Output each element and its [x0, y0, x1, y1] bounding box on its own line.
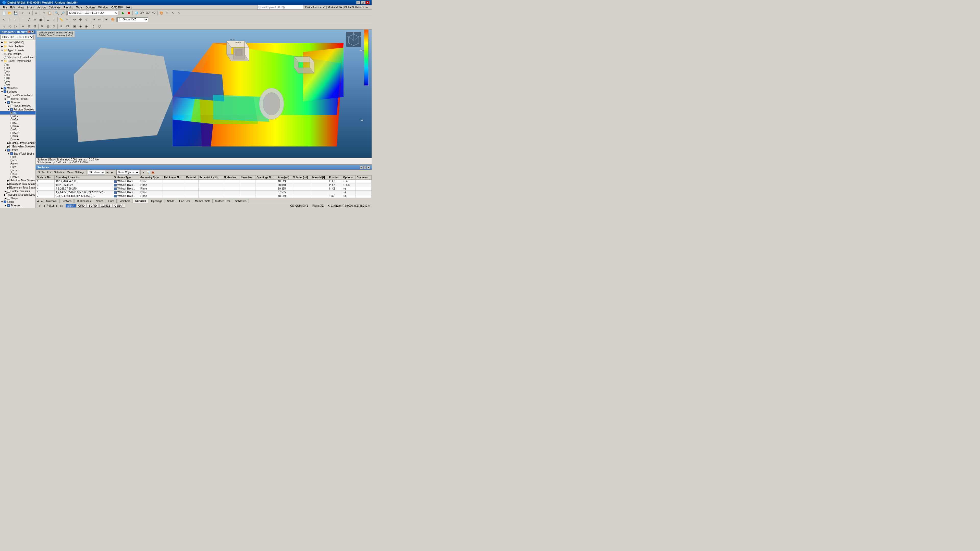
sigma1m2-radio[interactable]: [10, 128, 13, 131]
tree-contact-stress[interactable]: ▶ Contact Stresses: [0, 189, 35, 193]
menu-edit[interactable]: Edit: [9, 5, 17, 10]
menu-file[interactable]: File: [1, 5, 9, 10]
shape-chk[interactable]: [7, 197, 10, 200]
tab-solid-sets[interactable]: Solid Sets: [233, 199, 249, 203]
next-button[interactable]: ▶: [110, 170, 114, 175]
sigma2m2-radio[interactable]: [10, 132, 13, 134]
menu-help[interactable]: Help: [125, 5, 134, 10]
viewyz-button[interactable]: YZ: [151, 10, 157, 16]
tree-sigma2m2[interactable]: σ2,m: [0, 131, 35, 135]
table-row[interactable]: 51,2,14,271,270-65,28-31,66,69,262,265,2…: [36, 191, 372, 194]
split-button[interactable]: ⇥: [91, 17, 97, 22]
pt-chk[interactable]: [9, 179, 10, 182]
tree-solids[interactable]: ▼ ✓ Solids: [0, 200, 35, 203]
stop-button[interactable]: ⏹: [126, 10, 132, 16]
taumax-radio[interactable]: [10, 125, 13, 127]
tree-loads[interactable]: ▶ 📁 Loads [kN/m²]: [0, 40, 35, 44]
int-forces-toggle[interactable]: ▶: [4, 97, 7, 100]
menu-results[interactable]: Results: [62, 5, 75, 10]
tab-surface-sets[interactable]: Surface Sets: [213, 199, 232, 203]
exym-radio[interactable]: [10, 172, 13, 175]
differences-radio[interactable]: [3, 56, 6, 59]
tree-eyym[interactable]: εy,-: [0, 165, 35, 168]
contour-button[interactable]: ⟆: [91, 24, 97, 29]
tab-member-sets[interactable]: Member Sets: [192, 199, 212, 203]
forward-button[interactable]: ▷: [13, 24, 18, 29]
wireframe-button[interactable]: ⬡: [97, 24, 102, 29]
viewxy-button[interactable]: XY: [139, 10, 145, 16]
gxy-radio[interactable]: [10, 176, 13, 178]
paste-button[interactable]: 📋: [47, 10, 52, 16]
line-button[interactable]: ╱: [26, 17, 32, 22]
status-prev-button[interactable]: ◀: [42, 204, 45, 208]
scale-button[interactable]: ⤡: [83, 17, 89, 22]
select-button[interactable]: ↖: [1, 17, 6, 22]
cs-chk[interactable]: [7, 190, 10, 192]
tree-exx[interactable]: εx,+: [0, 156, 35, 159]
results-selection[interactable]: Selection: [53, 171, 65, 174]
iso-toggle[interactable]: ▶: [4, 193, 6, 196]
tree-type-results[interactable]: ▼ 📁 Type of results: [0, 48, 35, 52]
ux-radio[interactable]: [4, 67, 6, 69]
dimension-button[interactable]: ↔: [64, 17, 70, 22]
cs-toggle[interactable]: ▶: [4, 189, 7, 192]
principal-toggle[interactable]: ▼: [7, 108, 10, 111]
box-select-button[interactable]: ⬚: [7, 17, 13, 22]
strains-chk[interactable]: ✓: [7, 149, 10, 151]
undo-button[interactable]: ↩: [20, 10, 26, 16]
tab-line-sets[interactable]: Line Sets: [177, 199, 192, 203]
rotate-button[interactable]: ⟳: [72, 17, 77, 22]
result-node-btn[interactable]: ◉: [83, 24, 89, 29]
uz-radio[interactable]: [4, 73, 6, 76]
nav-pin-button[interactable]: 📌: [27, 30, 30, 33]
color-button[interactable]: 🎨: [110, 17, 116, 22]
glines-button[interactable]: GLINES: [99, 204, 112, 208]
tree-gxy[interactable]: γxy,+: [0, 175, 35, 179]
render-button[interactable]: 🎨: [159, 10, 164, 16]
tree-stresses[interactable]: ▼ ✓ Stresses: [0, 100, 35, 104]
tree-elastic-stress[interactable]: ▶ Elastic Stress Components: [0, 141, 35, 144]
menu-insert[interactable]: Insert: [25, 5, 36, 10]
tab-lines[interactable]: Lines: [106, 199, 117, 203]
exxm-radio[interactable]: [10, 159, 13, 162]
tree-principal-stresses[interactable]: ▼ ✓ Principal Stresses: [0, 108, 35, 111]
sigma2m-radio[interactable]: [10, 122, 13, 124]
tree-static[interactable]: ▶ 📁 Static Analysis: [0, 44, 35, 48]
elastic-chk[interactable]: [9, 141, 10, 144]
result-surface-btn[interactable]: ▣: [72, 24, 77, 29]
new-button[interactable]: 📄: [1, 10, 6, 16]
status-next-button[interactable]: ▶: [56, 204, 59, 208]
results-maximize-button[interactable]: □: [363, 166, 366, 169]
run-button[interactable]: ▶: [120, 10, 126, 16]
mesh-button[interactable]: ⊞: [164, 10, 170, 16]
copy-button[interactable]: ⎘: [41, 10, 46, 16]
tree-uy[interactable]: uy: [0, 70, 35, 73]
tab-openings[interactable]: Openings: [149, 199, 164, 203]
sb-toggle[interactable]: ▼: [7, 207, 10, 208]
table-row[interactable]: 7273,274,388,403-397,470-459,275Without …: [36, 194, 372, 198]
node-button[interactable]: ·: [20, 17, 26, 22]
surfaces-chk[interactable]: ✓: [3, 90, 6, 93]
tree-final-results[interactable]: Final Results: [0, 52, 35, 56]
ss-toggle[interactable]: ▼: [4, 204, 7, 207]
status-first-button[interactable]: |◀: [37, 204, 41, 208]
table-row[interactable]: 116,17,28,65-47,18Without Thick...Plane1…: [36, 179, 372, 183]
sb-chk[interactable]: ✓: [10, 208, 13, 208]
static-toggle[interactable]: ▶: [0, 44, 3, 48]
load-button[interactable]: ↓: [51, 17, 57, 22]
tree-local-def[interactable]: ▶ Local Deformations: [0, 94, 35, 97]
display-button[interactable]: 👁: [104, 17, 110, 22]
results-goto[interactable]: Go To: [37, 171, 46, 174]
stresses-chk[interactable]: ✓: [7, 101, 10, 104]
keyword-search-input[interactable]: [257, 5, 303, 10]
exy-radio[interactable]: [10, 169, 13, 171]
results-close-button[interactable]: ✕: [367, 166, 370, 169]
nav-close-button[interactable]: ✕: [31, 30, 34, 33]
table-row[interactable]: 44-9,268,37-58,270Without Thick...Plane6…: [36, 187, 372, 190]
labels-button[interactable]: 🏷: [64, 24, 70, 29]
tree-eyy[interactable]: εy,+: [0, 162, 35, 165]
chart-button[interactable]: 📊: [146, 170, 150, 175]
surface-button[interactable]: ▱: [32, 17, 38, 22]
view-combo[interactable]: 1 - Global XYZ: [118, 17, 148, 22]
taumax2-radio[interactable]: [10, 138, 13, 141]
